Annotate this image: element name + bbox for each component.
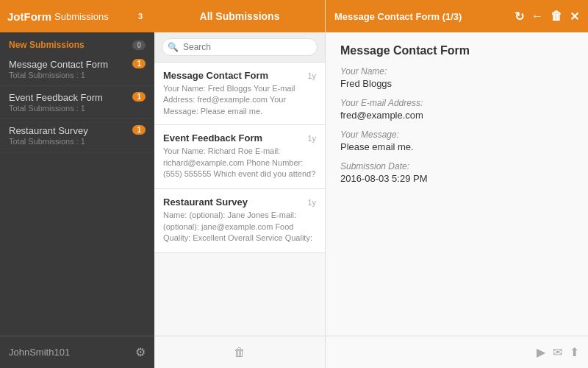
field-value-date: 2016-08-03 5:29 PM (340, 173, 573, 184)
username-label: JohnSmith101 (9, 347, 135, 358)
sidebar-item-info: Message Contact Form Total Submissions :… (9, 59, 108, 79)
all-submissions-title: All Submissions (200, 10, 280, 22)
card-time: 1y (307, 134, 316, 143)
card-title: Event Feedback Form (163, 132, 262, 144)
play-icon[interactable]: ▶ (537, 345, 545, 359)
field-value-message: Please email me. (340, 141, 573, 152)
detail-panel: Message Contact Form (1/3) ↻ ← 🗑 ✕ Messa… (326, 0, 588, 368)
search-icon: 🔍 (168, 42, 179, 52)
detail-header: Message Contact Form (1/3) ↻ ← 🗑 ✕ (326, 0, 588, 32)
gear-icon[interactable]: ⚙ (135, 345, 146, 359)
new-submissions-badge: 0 (132, 40, 146, 50)
card-top: Event Feedback Form 1y (163, 132, 316, 144)
email-icon[interactable]: ✉ (553, 345, 562, 359)
field-value-name: Fred Bloggs (340, 78, 573, 89)
sidebar-header: JotForm Submissions 3 (0, 0, 154, 32)
card-time: 1y (307, 71, 316, 80)
new-submissions-label: New Submissions (9, 40, 85, 50)
card-preview: Your Name: Fred Bloggs Your E-mail Addre… (163, 83, 316, 117)
sidebar-footer: JohnSmith101 ⚙ (0, 336, 154, 368)
middle-footer: 🗑 (154, 336, 325, 368)
upload-icon[interactable]: ⬆ (570, 345, 579, 359)
search-input[interactable] (162, 38, 318, 56)
sidebar-item-badge: 1 (132, 59, 146, 68)
field-message: Your Message: Please email me. (340, 130, 573, 152)
middle-panel: All Submissions 🔍 Message Contact Form 1… (154, 0, 326, 368)
top-badge: 3 (134, 11, 147, 21)
header-icons: ↻ ← 🗑 ✕ (514, 10, 579, 24)
field-label-message: Your Message: (340, 130, 573, 140)
back-icon[interactable]: ← (531, 10, 543, 23)
card-top: Restaurant Survey 1y (163, 197, 316, 208)
field-label-email: Your E-mail Address: (340, 98, 573, 108)
new-submissions-header: New Submissions 0 (0, 32, 154, 53)
sidebar-item-info: Restaurant Survey Total Submissions : 1 (9, 125, 88, 146)
sidebar-item-title: Message Contact Form (9, 59, 108, 70)
delete-icon[interactable]: 🗑 (551, 10, 562, 23)
submission-card-1[interactable]: Event Feedback Form 1y Your Name: Richar… (154, 125, 325, 189)
sidebar-item-subtitle: Total Submissions : 1 (9, 71, 108, 79)
logo: JotForm (7, 10, 51, 23)
card-preview: Your Name: Richard Roe E-mail: richard@e… (163, 146, 316, 181)
card-top: Message Contact Form 1y (163, 70, 316, 81)
search-wrapper: 🔍 (162, 38, 318, 56)
field-name: Your Name: Fred Bloggs (340, 66, 573, 89)
card-preview: Name: (optional): Jane Jones E-mail: (op… (163, 210, 316, 245)
submission-card-2[interactable]: Restaurant Survey 1y Name: (optional): J… (154, 189, 325, 253)
detail-header-title: Message Contact Form (1/3) (334, 11, 514, 22)
search-bar: 🔍 (154, 32, 325, 63)
card-title: Message Contact Form (163, 70, 268, 81)
sidebar-item-message-contact[interactable]: Message Contact Form Total Submissions :… (0, 53, 154, 86)
sidebar-item-subtitle: Total Submissions : 1 (9, 137, 88, 146)
submissions-label: Submissions (54, 11, 109, 22)
form-title: Message Contact Form (340, 44, 573, 57)
sidebar-item-subtitle: Total Submissions : 1 (9, 104, 103, 113)
sidebar-item-title: Restaurant Survey (9, 125, 88, 136)
sidebar-item-badge: 1 (132, 125, 146, 135)
middle-header: All Submissions (154, 0, 325, 32)
sidebar-item-restaurant-survey[interactable]: Restaurant Survey Total Submissions : 1 … (0, 119, 154, 152)
submission-card-0[interactable]: Message Contact Form 1y Your Name: Fred … (154, 63, 325, 125)
close-icon[interactable]: ✕ (570, 10, 579, 24)
field-label-date: Submission Date: (340, 161, 573, 171)
trash-icon[interactable]: 🗑 (234, 346, 245, 359)
card-title: Restaurant Survey (163, 197, 248, 208)
field-label-name: Your Name: (340, 66, 573, 77)
sidebar-item-info: Event Feedback Form Total Submissions : … (9, 92, 103, 113)
card-time: 1y (307, 198, 316, 207)
refresh-icon[interactable]: ↻ (514, 10, 524, 24)
detail-body: Message Contact Form Your Name: Fred Blo… (326, 32, 588, 336)
field-submission-date: Submission Date: 2016-08-03 5:29 PM (340, 161, 573, 184)
sidebar-item-badge: 1 (132, 92, 146, 102)
field-email: Your E-mail Address: fred@example.com (340, 98, 573, 121)
sidebar: JotForm Submissions 3 New Submissions 0 … (0, 0, 154, 368)
field-value-email: fred@example.com (340, 110, 573, 121)
detail-footer: ▶ ✉ ⬆ (326, 336, 588, 368)
sidebar-item-event-feedback[interactable]: Event Feedback Form Total Submissions : … (0, 86, 154, 119)
sidebar-item-title: Event Feedback Form (9, 92, 103, 103)
